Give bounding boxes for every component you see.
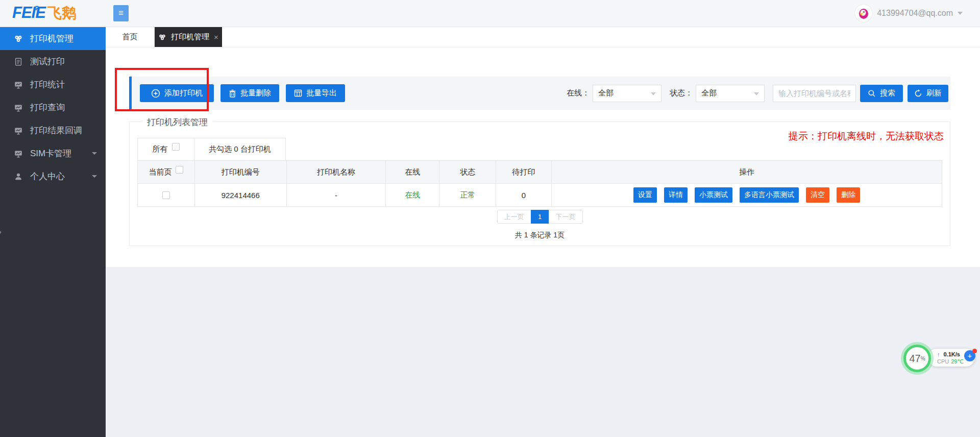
tab-printer-management[interactable]: 打印机管理 × — [155, 27, 222, 47]
pagination: 上一页 1 下一页 — [130, 210, 950, 224]
online-filter-select[interactable]: 全部 — [593, 85, 662, 102]
user-email: 413994704@qq.com — [877, 9, 953, 18]
sidebar-item-label: 打印统计 — [30, 79, 65, 90]
select-all-label: 所有 — [153, 144, 168, 154]
plus-circle-icon — [151, 89, 160, 98]
select-value: 全部 — [701, 88, 717, 98]
refresh-button[interactable]: 刷新 — [908, 85, 948, 102]
add-printer-button[interactable]: 添加打印机 — [140, 84, 214, 102]
tab-label: 首页 — [122, 32, 138, 42]
toolbar: 添加打印机 批量删除 批量导出 在线： 全部 状态： 全部 搜索 — [129, 77, 950, 110]
actions-cell: 设置 详情 小票测试 多语言小票测试 清空 删除 — [551, 184, 942, 206]
delete-button[interactable]: 删除 — [837, 187, 860, 203]
upload-arrow-icon: ↑ — [937, 351, 940, 357]
toolbar-accent-bar — [129, 77, 132, 110]
row-checkbox[interactable] — [162, 191, 170, 199]
sidebar-item-label: 打印结果回调 — [30, 125, 82, 136]
board-chart-icon — [14, 103, 23, 112]
button-label: 添加打印机 — [164, 88, 203, 98]
logo-text-cn: 飞鹅 — [47, 4, 76, 23]
board-chart-icon — [14, 149, 23, 158]
select-current-page-checkbox[interactable] — [176, 166, 183, 174]
sidebar-collapse-handle[interactable]: › — [0, 227, 2, 236]
prev-page-button[interactable]: 上一页 — [497, 210, 531, 224]
sidebar-item-test-print[interactable]: 测试打印 — [0, 50, 106, 73]
sidebar-item-sim-card-management[interactable]: SIM卡管理 — [0, 142, 106, 165]
search-input[interactable] — [773, 85, 856, 102]
column-header-actions: 操作 — [551, 161, 942, 183]
column-header-online: 在线 — [385, 161, 439, 183]
batch-delete-button[interactable]: 批量删除 — [220, 84, 279, 102]
selected-count-text: 共勾选 0 台打印机 — [209, 144, 271, 154]
search-icon — [868, 89, 876, 98]
sidebar-item-print-result-callback[interactable]: 打印结果回调 — [0, 119, 106, 142]
close-icon[interactable]: × — [214, 33, 218, 41]
record-count-summary: 共 1 条记录 1页 — [130, 231, 950, 240]
settings-button[interactable]: 设置 — [633, 187, 657, 203]
printer-sn-cell: 922414466 — [194, 184, 286, 206]
sidebar-nav: 打印机管理 测试打印 打印统计 打印查询 打印结果回调 SIM卡管理 个人中心 … — [0, 27, 106, 437]
printer-list-panel: 打印机列表管理 提示：打印机离线时，无法获取状态 所有 共勾选 0 台打印机 当… — [129, 122, 950, 246]
trash-icon — [229, 89, 236, 98]
button-label: 批量删除 — [240, 88, 271, 98]
board-chart-icon — [14, 126, 23, 135]
button-label: 批量导出 — [306, 88, 337, 98]
multilang-receipt-test-button[interactable]: 多语言小票测试 — [740, 187, 799, 203]
refresh-icon — [914, 89, 922, 98]
sidebar-item-printer-management[interactable]: 打印机管理 — [0, 27, 106, 50]
batch-export-button[interactable]: 批量导出 — [286, 84, 345, 102]
sidebar-item-label: 个人中心 — [30, 171, 65, 182]
clear-button[interactable]: 清空 — [806, 187, 829, 203]
printer-group-icon — [158, 33, 166, 41]
sidebar-toggle-button[interactable]: ≡ — [113, 5, 129, 21]
details-button[interactable]: 详情 — [664, 187, 688, 203]
document-icon — [14, 57, 23, 66]
column-header-pending: 待打印 — [496, 161, 551, 183]
sidebar-item-personal-center[interactable]: 个人中心 — [0, 165, 106, 188]
search-button[interactable]: 搜索 — [860, 85, 903, 102]
sidebar-item-print-statistics[interactable]: 打印统计 — [0, 73, 106, 96]
top-header: FEIE 飞鹅 ≡ 413994704@qq.com — [0, 0, 980, 27]
avatar — [855, 5, 872, 22]
select-all-row: 所有 共勾选 0 台打印机 — [137, 138, 942, 160]
feie-logo[interactable]: FEIE 飞鹅 — [0, 4, 106, 23]
select-value: 全部 — [598, 88, 614, 98]
next-page-button[interactable]: 下一页 — [549, 210, 583, 224]
cpu-temperature: 29℃ — [951, 358, 964, 365]
column-header-name: 打印机名称 — [286, 161, 386, 183]
column-header-status: 状态 — [439, 161, 496, 183]
hamburger-icon: ≡ — [118, 8, 124, 18]
export-table-icon — [294, 89, 302, 97]
tab-bar: 首页 打印机管理 × — [106, 27, 980, 47]
table-main: 当前页 打印机编号 打印机名称 在线 状态 待打印 操作 922414466 -… — [137, 160, 942, 207]
chevron-down-icon — [754, 92, 759, 95]
status-filter-select[interactable]: 全部 — [696, 85, 765, 102]
printer-table: 所有 共勾选 0 台打印机 当前页 打印机编号 打印机名称 在线 — [137, 138, 942, 207]
pending-count-cell: 0 — [496, 184, 551, 206]
tab-home[interactable]: 首页 — [106, 27, 155, 47]
column-header-sn: 打印机编号 — [194, 161, 286, 183]
sidebar-item-label: SIM卡管理 — [30, 148, 71, 159]
chevron-down-icon — [92, 152, 97, 155]
user-menu[interactable]: 413994704@qq.com — [855, 5, 980, 22]
user-icon — [14, 172, 23, 181]
upload-speed: 0.1K/s — [944, 351, 960, 357]
notification-dot — [972, 349, 977, 353]
memory-usage-gauge[interactable]: 47% — [903, 345, 931, 372]
percent-sign: % — [921, 356, 925, 361]
printer-name-cell: - — [286, 184, 386, 206]
tab-label: 打印机管理 — [171, 32, 209, 42]
sidebar-item-label: 测试打印 — [30, 56, 65, 67]
panel-title: 打印机列表管理 — [142, 116, 213, 128]
main-content: 添加打印机 批量删除 批量导出 在线： 全部 状态： 全部 搜索 — [106, 47, 980, 267]
sidebar-item-print-query[interactable]: 打印查询 — [0, 96, 106, 119]
button-label: 搜索 — [880, 88, 895, 98]
receipt-test-button[interactable]: 小票测试 — [695, 187, 732, 203]
page-1-button[interactable]: 1 — [531, 210, 549, 224]
select-all-checkbox[interactable] — [172, 143, 180, 151]
board-chart-icon — [14, 80, 23, 89]
sidebar-item-label: 打印机管理 — [30, 33, 74, 44]
online-filter-label: 在线： — [567, 88, 590, 98]
table-header-row: 当前页 打印机编号 打印机名称 在线 状态 待打印 操作 — [138, 161, 942, 183]
wifi-waves-icon — [33, 5, 42, 11]
